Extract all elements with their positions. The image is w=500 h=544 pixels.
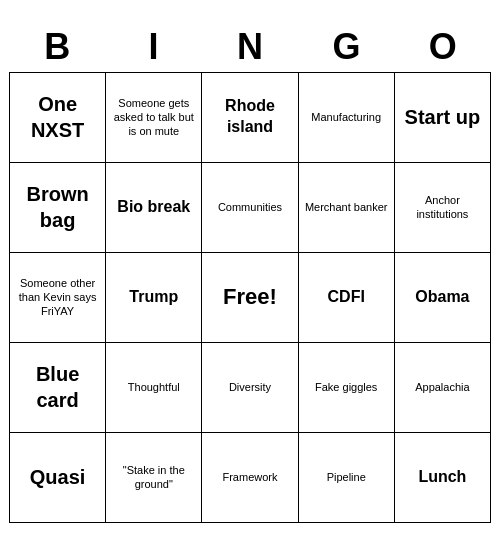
bingo-cell-11: Trump [106, 253, 202, 343]
bingo-header: BINGO [9, 22, 491, 72]
bingo-cell-8: Merchant banker [299, 163, 395, 253]
bingo-cell-10: Someone other than Kevin says FriYAY [10, 253, 106, 343]
bingo-cell-5: Brown bag [10, 163, 106, 253]
bingo-cell-6: Bio break [106, 163, 202, 253]
bingo-cell-24: Lunch [395, 433, 491, 523]
bingo-cell-18: Fake giggles [299, 343, 395, 433]
bingo-cell-21: "Stake in the ground" [106, 433, 202, 523]
bingo-cell-9: Anchor institutions [395, 163, 491, 253]
bingo-cell-3: Manufacturing [299, 73, 395, 163]
bingo-cell-17: Diversity [202, 343, 298, 433]
bingo-grid: One NXSTSomeone gets asked to talk but i… [9, 72, 491, 523]
bingo-cell-12: Free! [202, 253, 298, 343]
bingo-cell-15: Blue card [10, 343, 106, 433]
bingo-cell-23: Pipeline [299, 433, 395, 523]
bingo-cell-14: Obama [395, 253, 491, 343]
bingo-cell-19: Appalachia [395, 343, 491, 433]
header-letter-i: I [105, 22, 201, 72]
header-letter-g: G [298, 22, 394, 72]
bingo-cell-16: Thoughtful [106, 343, 202, 433]
bingo-cell-1: Someone gets asked to talk but is on mut… [106, 73, 202, 163]
bingo-cell-20: Quasi [10, 433, 106, 523]
bingo-cell-22: Framework [202, 433, 298, 523]
bingo-cell-13: CDFI [299, 253, 395, 343]
bingo-cell-4: Start up [395, 73, 491, 163]
header-letter-b: B [9, 22, 105, 72]
bingo-card: BINGO One NXSTSomeone gets asked to talk… [5, 18, 495, 527]
header-letter-n: N [202, 22, 298, 72]
bingo-cell-2: Rhode island [202, 73, 298, 163]
header-letter-o: O [395, 22, 491, 72]
bingo-cell-7: Communities [202, 163, 298, 253]
bingo-cell-0: One NXST [10, 73, 106, 163]
